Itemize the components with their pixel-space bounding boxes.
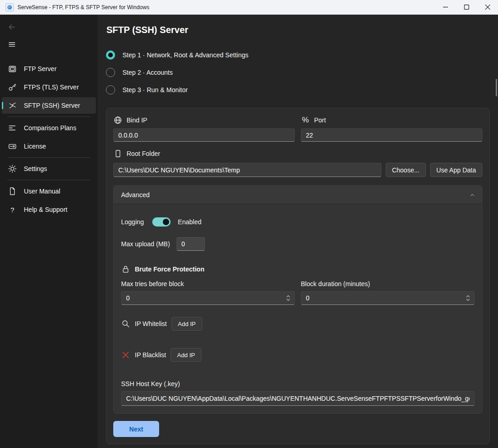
whitelist-add-ip-button[interactable]: Add IP: [172, 317, 202, 331]
hamburger-icon: [8, 40, 16, 49]
vertical-scrollbar-thumb[interactable]: [496, 79, 497, 96]
sidebar-item-user-manual[interactable]: User Manual: [2, 183, 96, 199]
title-bar: ServeSense - FTP, FTPS & SFTP Server for…: [0, 0, 498, 15]
spinner-icon[interactable]: [465, 294, 470, 302]
sidebar: FTP Server FTPS (TLS) Server: [0, 15, 98, 448]
step-radio-group: Step 1 · Network, Root & Advanced Settin…: [106, 46, 490, 99]
red-x-icon: [121, 350, 130, 360]
port-label-row: % Port: [301, 116, 482, 125]
ip-blacklist-label: IP Blacklist: [135, 351, 166, 359]
sidebar-divider: [7, 157, 90, 158]
sidebar-item-ftp-server[interactable]: FTP Server: [2, 61, 96, 77]
main-content: SFTP (SSH) Server Step 1 · Network, Root…: [98, 15, 498, 448]
advanced-title: Advanced: [121, 191, 469, 199]
use-app-data-button[interactable]: Use App Data: [430, 163, 482, 177]
window-title: ServeSense - FTP, FTPS & SFTP Server for…: [17, 4, 435, 11]
root-folder-label: Root Folder: [127, 150, 160, 157]
terminal-icon: [8, 101, 17, 110]
sidebar-item-label: Comparison Plans: [24, 124, 76, 132]
key-icon: [8, 83, 17, 92]
radio-checked-icon: [106, 50, 115, 60]
next-button[interactable]: Next: [113, 421, 159, 437]
license-icon: [8, 142, 17, 151]
back-button[interactable]: [4, 19, 20, 35]
lock-icon: [121, 265, 130, 274]
sidebar-divider: [7, 116, 90, 117]
globe-icon: [113, 116, 122, 125]
bind-ip-label: Bind IP: [127, 116, 147, 124]
percent-icon: %: [301, 116, 310, 125]
port-input[interactable]: [301, 128, 482, 142]
block-duration-label: Block duration (minutes): [301, 280, 475, 288]
max-tries-input[interactable]: [121, 291, 295, 305]
spinner-icon[interactable]: [286, 294, 291, 302]
search-icon: [121, 319, 130, 328]
port-label: Port: [314, 116, 326, 124]
sidebar-item-help-support[interactable]: ? Help & Support: [2, 201, 96, 218]
help-icon: ?: [8, 205, 17, 214]
advanced-expander-header[interactable]: Advanced: [114, 186, 482, 204]
ssh-host-key-input[interactable]: [121, 391, 475, 406]
minimize-button[interactable]: [435, 0, 456, 14]
logging-toggle[interactable]: [152, 217, 171, 227]
bind-ip-label-row: Bind IP: [113, 116, 295, 125]
sidebar-item-label: FTP Server: [24, 65, 56, 72]
advanced-expander-content: Logging Enabled Max upload (MB): [114, 204, 482, 413]
block-duration-numberbox: [301, 291, 475, 305]
logging-label: Logging: [121, 218, 144, 226]
comparison-icon: [8, 123, 17, 133]
root-folder-input[interactable]: [113, 163, 382, 177]
close-button[interactable]: [477, 0, 498, 14]
maximize-button[interactable]: [456, 0, 477, 14]
max-tries-numberbox: [121, 291, 295, 305]
sidebar-item-license[interactable]: License: [2, 138, 96, 155]
max-tries-label: Max tries before block: [121, 280, 295, 288]
gear-icon: [8, 164, 17, 173]
step-1-radio[interactable]: Step 1 · Network, Root & Advanced Settin…: [106, 46, 490, 64]
sidebar-item-label: Settings: [24, 165, 47, 172]
ssh-host-key-label: SSH Host Key (.key): [121, 380, 475, 387]
radio-icon: [106, 68, 115, 77]
max-upload-input[interactable]: [177, 237, 205, 251]
folder-page-icon: [113, 149, 122, 158]
advanced-expander: Advanced Logging Enabled Max upload (MB: [113, 185, 482, 414]
block-duration-input[interactable]: [301, 291, 475, 305]
document-icon: [8, 187, 17, 196]
root-folder-label-row: Root Folder: [113, 149, 482, 158]
sidebar-item-sftp-server[interactable]: SFTP (SSH) Server: [2, 97, 96, 114]
sidebar-item-label: License: [24, 143, 46, 150]
sidebar-item-label: User Manual: [24, 188, 60, 195]
radio-icon: [106, 85, 115, 94]
logging-state-text: Enabled: [178, 218, 201, 226]
step-2-radio[interactable]: Step 2 · Accounts: [106, 64, 490, 81]
sidebar-item-label: Help & Support: [24, 206, 67, 213]
chevron-up-icon: [469, 192, 476, 198]
sidebar-divider: [7, 180, 90, 180]
step-3-radio[interactable]: Step 3 · Run & Monitor: [106, 81, 490, 99]
sidebar-item-label: SFTP (SSH) Server: [24, 102, 80, 109]
page-title: SFTP (SSH) Server: [106, 25, 490, 35]
max-upload-label: Max upload (MB): [121, 240, 170, 248]
brute-force-title: Brute Force Protection: [135, 265, 205, 273]
menu-toggle-button[interactable]: [4, 37, 20, 52]
bind-ip-input[interactable]: [113, 128, 295, 142]
ftp-server-icon: [8, 64, 17, 73]
sidebar-item-label: FTPS (TLS) Server: [24, 83, 79, 91]
back-arrow-icon: [8, 23, 16, 31]
app-icon: [6, 3, 14, 11]
sidebar-item-comparison-plans[interactable]: Comparison Plans: [2, 120, 96, 136]
ip-whitelist-label: IP Whitelist: [135, 320, 167, 327]
blacklist-add-ip-button[interactable]: Add IP: [171, 348, 201, 362]
choose-folder-button[interactable]: Choose...: [386, 163, 426, 177]
settings-card: Bind IP % Port Root Folder: [106, 108, 490, 444]
sidebar-item-ftps-server[interactable]: FTPS (TLS) Server: [2, 79, 96, 95]
sidebar-item-settings[interactable]: Settings: [2, 160, 96, 177]
